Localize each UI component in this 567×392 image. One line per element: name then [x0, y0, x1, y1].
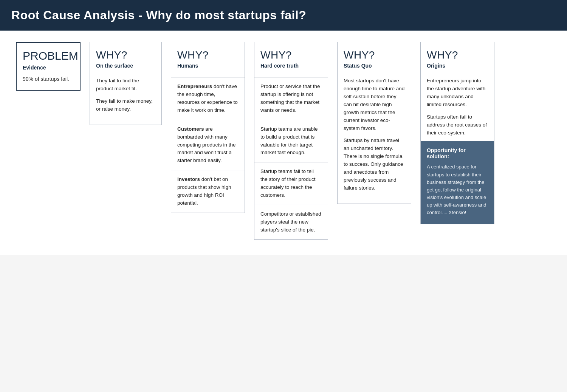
why4-text1: Most startups don't have enough time to …	[344, 77, 405, 132]
main-content: PROBLEM Evidence 90% of startups fail. W…	[0, 31, 567, 255]
why3-box1: Product or service that the startup is o…	[254, 77, 328, 120]
why1-label: WHY?	[96, 49, 155, 61]
problem-sub-label: Evidence	[23, 65, 74, 71]
why3-box3-text: Startup teams fail to tell the story of …	[260, 168, 322, 199]
why1-sub-label: On the surface	[96, 63, 155, 72]
why2-customers-block: Customers are bombarded with many compet…	[171, 120, 245, 170]
why1-column: WHY? On the surface They fail to find th…	[85, 42, 166, 125]
why5-text2: Startups often fail to address the root …	[427, 113, 488, 137]
page-title: Root Cause Analysis - Why do most startu…	[11, 8, 556, 22]
why2-entrepreneurs-bold: Entrepreneurs	[177, 83, 212, 89]
why2-customers-bold: Customers	[177, 126, 204, 132]
why3-box2-text: Startup teams are unable to build a prod…	[260, 125, 322, 157]
why4-column: WHY? Status Quo Most startups don't have…	[333, 42, 416, 204]
why3-box3: Startup teams fail to tell the story of …	[254, 162, 328, 205]
why5-column: WHY? Origins Entrepreneurs jump into the…	[416, 42, 499, 224]
why2-entrepreneurs-block: Entrepreneurs don't have the enough time…	[171, 77, 245, 120]
problem-column: PROBLEM Evidence 90% of startups fail.	[11, 42, 85, 91]
why1-text2: They fail to make money, or raise money.	[96, 97, 155, 113]
why2-investors-bold: Investors	[177, 176, 200, 182]
why3-sub-label: Hard core truth	[260, 63, 322, 72]
why4-text2: Startups by nature travel an uncharted t…	[344, 137, 405, 192]
why2-customers-text: Customers are bombarded with many compet…	[177, 125, 239, 165]
why3-box4-text: Competitors or established players steal…	[260, 210, 322, 234]
why4-sub-label: Status Quo	[344, 63, 405, 72]
why5-label: WHY?	[427, 49, 488, 61]
problem-label: PROBLEM	[23, 49, 74, 62]
why3-box1-text: Product or service that the startup is o…	[260, 83, 322, 114]
why3-label: WHY?	[260, 49, 322, 61]
header: Root Cause Analysis - Why do most startu…	[0, 0, 567, 31]
why4-label: WHY?	[344, 49, 405, 61]
opportunity-title: Opportunity for solution:	[427, 147, 488, 159]
opportunity-box: Opportunity for solution: A centralized …	[421, 141, 494, 224]
why5-text1: Entrepreneurs jump into the startup adve…	[427, 77, 488, 109]
why2-investors-block: Investors don't bet on products that sho…	[171, 170, 245, 213]
why2-entrepreneurs-text: Entrepreneurs don't have the enough time…	[177, 83, 239, 114]
opportunity-text: A centralized space for startups to esta…	[427, 163, 488, 216]
why3-column: WHY? Hard core truth Product or service …	[249, 42, 333, 240]
why2-sub-label: Humans	[177, 63, 239, 72]
why2-investors-text: Investors don't bet on products that sho…	[177, 176, 239, 207]
why2-label: WHY?	[177, 49, 239, 61]
why5-sub-label: Origins	[427, 63, 488, 72]
why3-box4: Competitors or established players steal…	[254, 205, 328, 239]
why3-box2: Startup teams are unable to build a prod…	[254, 120, 328, 162]
problem-text: 90% of startups fail.	[23, 75, 74, 83]
why1-text1: They fail to find the product market fit…	[96, 77, 155, 93]
why2-column: WHY? Humans Entrepreneurs don't have the…	[166, 42, 249, 213]
